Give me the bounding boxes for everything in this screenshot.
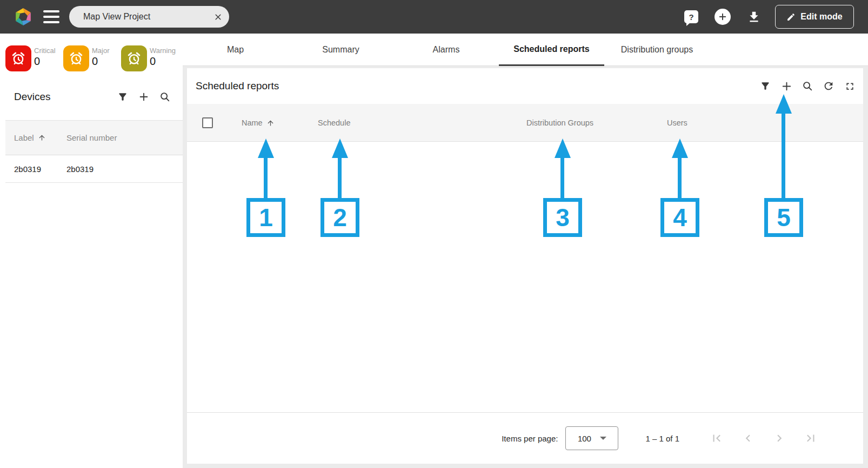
next-page-icon[interactable]: [772, 431, 786, 445]
device-label: 2b0319: [14, 164, 66, 174]
sort-ascending-icon: [266, 119, 275, 127]
add-icon[interactable]: [779, 79, 793, 93]
page-range-label: 1 – 1 of 1: [645, 434, 679, 443]
select-all-checkbox[interactable]: [202, 117, 213, 128]
scheduled-reports-panel: Scheduled reports Name: [187, 68, 863, 464]
sort-ascending-icon: [38, 134, 46, 142]
annotation-box-4: 4: [660, 198, 699, 237]
help-glyph: ?: [689, 12, 693, 22]
panel-toolbar: Scheduled reports: [187, 68, 863, 104]
edit-mode-button[interactable]: Edit mode: [775, 5, 854, 29]
search-icon[interactable]: [158, 90, 172, 104]
column-header-distribution-groups[interactable]: Distribution Groups: [526, 104, 593, 142]
annotation-arrow-2: [338, 155, 342, 198]
tab-scheduled-reports[interactable]: Scheduled reports: [499, 34, 604, 66]
fullscreen-icon[interactable]: [843, 79, 857, 93]
refresh-icon[interactable]: [822, 79, 836, 93]
tab-alarms[interactable]: Alarms: [393, 34, 499, 66]
clear-project-icon[interactable]: [209, 8, 227, 26]
devices-table-header: Label Serial number: [5, 120, 183, 155]
panel-title: Scheduled reports: [196, 80, 279, 92]
alarm-clock-icon: [5, 45, 31, 71]
items-per-page-select[interactable]: 100: [565, 426, 618, 450]
sidebar: Critical 0 Major 0: [0, 34, 183, 468]
alarm-count: 0: [150, 55, 176, 68]
alarm-summary: Critical 0 Major 0: [0, 34, 183, 71]
device-serial: 2b0319: [66, 164, 94, 174]
download-icon[interactable]: [745, 8, 763, 26]
items-per-page-value: 100: [578, 434, 591, 443]
edit-mode-label: Edit mode: [800, 12, 842, 22]
tab-bar: Map Summary Alarms Scheduled reports Dis…: [183, 34, 868, 66]
items-per-page-label: Items per page:: [502, 434, 558, 443]
annotation-box-2: 2: [321, 198, 359, 237]
add-icon[interactable]: [713, 8, 732, 26]
filter-icon[interactable]: [758, 79, 772, 93]
column-header-name[interactable]: Name: [242, 104, 275, 142]
annotation-arrow-4: [678, 155, 682, 198]
tab-map[interactable]: Map: [183, 34, 288, 66]
reports-table-header: Name Schedule Distribution Groups Users: [187, 104, 863, 142]
annotation-box-3: 3: [543, 198, 582, 237]
first-page-icon[interactable]: [710, 431, 724, 445]
alarm-count: 0: [92, 55, 110, 68]
alarm-clock-icon: [63, 45, 89, 71]
filter-icon[interactable]: [116, 90, 130, 104]
previous-page-icon[interactable]: [741, 431, 755, 445]
main-content: Map Summary Alarms Scheduled reports Dis…: [183, 34, 868, 468]
column-header-users[interactable]: Users: [667, 104, 687, 142]
project-search-pill[interactable]: [69, 6, 229, 28]
annotation-arrow-5: [782, 110, 785, 198]
devices-table: Label Serial number 2b0319 2b0319: [0, 120, 183, 183]
alarm-clock-icon: [121, 45, 147, 71]
alarm-label: Critical: [34, 47, 56, 55]
search-icon[interactable]: [800, 79, 814, 93]
column-header-serial-number[interactable]: Serial number: [66, 133, 117, 142]
tab-summary[interactable]: Summary: [288, 34, 393, 66]
device-row[interactable]: 2b0319 2b0319: [5, 155, 183, 183]
column-header-label[interactable]: Label: [14, 133, 66, 142]
pagination-bar: Items per page: 100 1 – 1 of 1: [187, 412, 863, 464]
last-page-icon[interactable]: [804, 431, 818, 445]
column-header-schedule[interactable]: Schedule: [318, 104, 350, 142]
hamburger-menu-icon[interactable]: [43, 10, 59, 23]
pencil-icon: [786, 12, 796, 22]
annotation-arrow-3: [560, 155, 564, 198]
alarm-label: Warning: [150, 47, 176, 55]
annotation-box-1: 1: [246, 198, 285, 237]
alarm-major[interactable]: Major 0: [63, 45, 121, 71]
project-name-input[interactable]: [69, 12, 209, 22]
annotation-arrow-1: [264, 155, 268, 198]
app-logo-icon: [14, 7, 32, 27]
add-icon[interactable]: [137, 90, 151, 104]
alarm-count: 0: [34, 55, 56, 68]
devices-title: Devices: [14, 91, 51, 103]
top-app-bar: ? Edit mode: [0, 0, 868, 34]
alarm-label: Major: [92, 47, 110, 55]
devices-header: Devices: [0, 89, 183, 105]
pager-controls: [710, 431, 818, 445]
alarm-critical[interactable]: Critical 0: [5, 45, 63, 71]
chevron-down-icon: [600, 437, 606, 440]
tab-distribution-groups[interactable]: Distribution groups: [604, 34, 710, 66]
alarm-warning[interactable]: Warning 0: [121, 45, 179, 71]
annotation-box-5: 5: [764, 198, 803, 237]
help-icon[interactable]: ?: [682, 8, 700, 26]
